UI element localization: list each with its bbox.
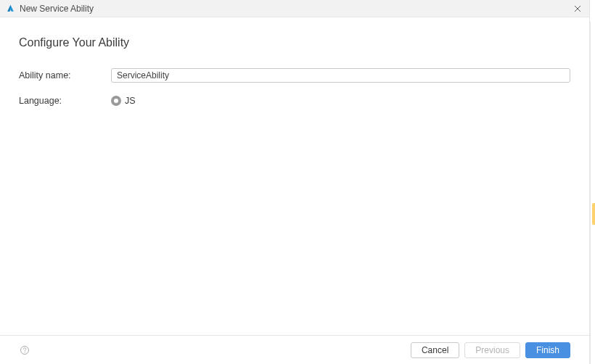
ability-name-input[interactable] [111, 68, 570, 83]
gutter-divider [590, 22, 591, 364]
language-radio-label: JS [125, 96, 136, 106]
page-heading: Configure Your Ability [19, 36, 570, 49]
ability-name-row: Ability name: [19, 68, 570, 83]
language-label: Language: [19, 96, 111, 106]
cancel-button[interactable]: Cancel [411, 342, 459, 358]
help-button[interactable] [19, 344, 30, 356]
dialog-window: New Service Ability Configure Your Abili… [0, 0, 590, 364]
previous-button: Previous [464, 342, 520, 358]
language-radio-js[interactable] [111, 96, 121, 106]
close-icon [573, 4, 582, 13]
language-row: Language: JS [19, 96, 570, 106]
close-button[interactable] [572, 3, 583, 15]
dialog-body: Configure Your Ability Ability name: Lan… [0, 17, 589, 335]
right-gutter [590, 0, 595, 364]
gutter-highlight [592, 203, 595, 225]
dialog-titlebar: New Service Ability [0, 0, 589, 17]
help-icon [20, 345, 30, 355]
ability-name-label: Ability name: [19, 70, 111, 80]
language-option-js[interactable]: JS [111, 96, 570, 106]
dialog-title: New Service Ability [20, 4, 572, 14]
svg-point-1 [25, 352, 25, 352]
app-logo-icon [6, 4, 15, 13]
dialog-footer: Cancel Previous Finish [0, 335, 589, 364]
finish-button[interactable]: Finish [525, 342, 570, 358]
